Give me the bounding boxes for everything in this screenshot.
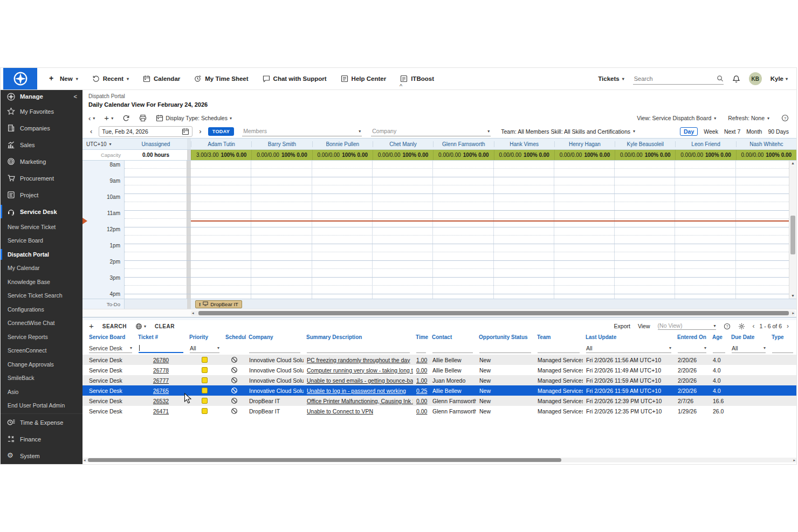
sidebar-item-end-user-portal-admin[interactable]: End User Portal Admin xyxy=(1,399,82,413)
nav-help-center[interactable]: Help Center xyxy=(341,75,387,82)
priority-icon[interactable] xyxy=(202,367,208,373)
scroll-right-icon[interactable]: ▸ xyxy=(792,310,794,316)
help-circle-icon[interactable]: ? xyxy=(724,323,731,330)
nav-itboost[interactable]: ITBoost xyxy=(400,75,434,82)
time-link[interactable]: 1.00 xyxy=(416,377,427,384)
sidebar-item-marketing[interactable]: Marketing xyxy=(1,153,82,170)
ticket-row-26471[interactable]: Service Desk26471DropBear ITUnable to Co… xyxy=(82,406,796,416)
col-header-last-update[interactable]: Last Update xyxy=(583,334,675,340)
prev-page-icon[interactable]: ‹ xyxy=(753,322,755,330)
time-link[interactable]: 0.25 xyxy=(416,388,427,394)
range-tab-week[interactable]: Week xyxy=(704,128,718,135)
nav-calendar[interactable]: Calendar xyxy=(143,75,180,82)
column-header-hank-vimes[interactable]: Hank Vimes xyxy=(494,141,554,147)
sidebar-item-project[interactable]: Project xyxy=(1,186,82,203)
sidebar-item-procurement[interactable]: Procurement xyxy=(1,170,82,186)
time-link[interactable]: 0.00 xyxy=(416,367,427,374)
time-link[interactable]: 1.00 xyxy=(416,357,427,363)
summary-link[interactable]: Unable to send emails - getting bounce-b… xyxy=(307,377,413,384)
view-dropdown[interactable]: View: Service Dispatch Board▾ xyxy=(637,115,716,121)
schedule-column-chet-manly[interactable] xyxy=(373,161,433,299)
col-header-type[interactable]: Type xyxy=(769,334,796,340)
date-picker[interactable]: Tue, Feb 24, 2026 xyxy=(99,126,192,137)
next-page-icon[interactable]: › xyxy=(787,322,789,330)
column-header-glenn-farnsworth[interactable]: Glenn Farnsworth xyxy=(433,141,493,147)
no-schedule-icon[interactable] xyxy=(231,407,238,414)
summary-link[interactable]: Unable to Connect to VPN xyxy=(307,408,373,414)
col-header-service-board[interactable]: Service Board xyxy=(82,334,135,340)
filter-summary[interactable] xyxy=(307,344,410,353)
notifications-bell-icon[interactable] xyxy=(732,75,740,83)
col-header-due-date[interactable]: Due Date xyxy=(728,334,769,340)
ticket-row-26778[interactable]: Service Desk26778Innovative Cloud Soluti… xyxy=(82,365,796,375)
search-icon[interactable] xyxy=(717,75,724,82)
sidebar-item-smileback[interactable]: SmileBack xyxy=(1,371,82,385)
sidebar-item-finance[interactable]: Finance xyxy=(1,431,82,447)
priority-icon[interactable] xyxy=(202,398,208,404)
schedule-column-glenn-farnsworth[interactable] xyxy=(433,161,493,299)
column-header-nash-whitehc[interactable]: Nash Whitehc xyxy=(736,141,796,147)
todo-cell-kyle-beausoleil[interactable] xyxy=(615,299,675,309)
search-button[interactable]: SEARCH xyxy=(102,323,127,329)
column-header-kyle-beausoleil[interactable]: Kyle Beausoleil xyxy=(615,141,675,147)
todo-cell-bonnie-pullen[interactable] xyxy=(312,299,373,309)
todo-item-dropbear-it[interactable]: !DropBear IT xyxy=(195,300,242,308)
calendar-vertical-scrollbar[interactable]: ▲ ▼ xyxy=(789,161,796,299)
col-header-time[interactable]: Time xyxy=(413,334,429,340)
column-header-bonnie-pullen[interactable]: Bonnie Pullen xyxy=(312,141,373,147)
time-link[interactable]: 0.00 xyxy=(416,408,427,414)
priority-icon[interactable] xyxy=(202,388,208,393)
sidebar-item-service-board[interactable]: Service Board xyxy=(1,234,82,248)
sidebar-item-companies[interactable]: Companies xyxy=(1,120,82,136)
schedule-column-kyle-beausoleil[interactable] xyxy=(615,161,675,299)
sidebar-item-service-ticket-search[interactable]: Service Ticket Search xyxy=(1,289,82,303)
col-header-team[interactable]: Team xyxy=(534,334,583,340)
priority-icon[interactable] xyxy=(202,357,208,363)
nav-new[interactable]: +New▾ xyxy=(49,75,78,82)
col-header-ticket[interactable]: Ticket # xyxy=(135,334,187,340)
user-menu[interactable]: Kyle▾ xyxy=(771,75,788,82)
no-schedule-icon[interactable] xyxy=(231,377,238,384)
calendar-horizontal-scrollbar[interactable]: ◂ ▸ xyxy=(82,309,796,317)
todo-cell-adam-tutin[interactable]: !DropBear IT xyxy=(191,299,251,309)
ticket-link[interactable]: 26778 xyxy=(153,367,169,374)
scroll-left-icon[interactable]: ◂ xyxy=(192,310,194,316)
nav-chat-with-support[interactable]: Chat with Support xyxy=(263,75,327,82)
filter-service-board[interactable]: Service Desk▾ xyxy=(89,344,132,353)
connectwise-logo[interactable] xyxy=(3,68,37,89)
refresh-dropdown[interactable]: Refresh: None▾ xyxy=(728,115,769,121)
ticket-link[interactable]: 26780 xyxy=(153,357,169,363)
schedule-column-bonnie-pullen[interactable] xyxy=(312,161,373,299)
nav-my-time-sheet[interactable]: My Time Sheet xyxy=(194,75,248,82)
sidebar-item-service-reports[interactable]: Service Reports xyxy=(1,330,82,344)
display-type-dropdown[interactable]: Display Type: Schedules▾ xyxy=(156,114,232,122)
sidebar-item-asio[interactable]: Asio xyxy=(1,385,82,399)
sidebar-item-my-favorites[interactable]: My Favorites xyxy=(1,103,82,120)
sidebar-item-knowledge-base[interactable]: Knowledge Base xyxy=(1,275,82,289)
scroll-left-icon[interactable]: ◂ xyxy=(84,458,86,462)
next-day-button[interactable]: › xyxy=(197,127,203,135)
timezone-dropdown[interactable]: UTC+10▾ xyxy=(82,141,125,147)
range-tab-day[interactable]: Day xyxy=(680,127,698,136)
column-header-henry-hagan[interactable]: Henry Hagan xyxy=(554,141,615,147)
collapse-sidebar-icon[interactable]: < xyxy=(74,93,77,100)
col-header-contact[interactable]: Contact xyxy=(429,334,476,340)
add-schedule-button[interactable]: +▾ xyxy=(104,115,113,121)
col-header-summary-description[interactable]: Summary Description xyxy=(304,334,413,340)
schedule-column-leon-friend[interactable] xyxy=(675,161,735,299)
company-filter[interactable]: Company▾ xyxy=(371,127,491,136)
sidebar-item-service-desk[interactable]: Service Desk xyxy=(1,203,82,220)
scroll-down-icon[interactable]: ▼ xyxy=(791,293,795,299)
column-header-unassigned[interactable]: Unassigned xyxy=(125,141,187,147)
schedule-column-henry-hagan[interactable] xyxy=(554,161,615,299)
unassigned-column[interactable] xyxy=(125,161,187,299)
export-button[interactable]: Export xyxy=(614,323,630,329)
priority-icon[interactable] xyxy=(202,377,208,383)
nav-recent[interactable]: Recent▾ xyxy=(92,75,129,82)
no-schedule-icon[interactable] xyxy=(231,387,238,394)
refresh-icon[interactable] xyxy=(122,114,130,122)
filter-last-update[interactable]: All▾ xyxy=(586,344,671,353)
column-header-leon-friend[interactable]: Leon Friend xyxy=(675,141,735,147)
todo-cell-nash-whitehc[interactable] xyxy=(736,299,796,309)
summary-link[interactable]: Unable to log in - password not working xyxy=(307,388,406,394)
